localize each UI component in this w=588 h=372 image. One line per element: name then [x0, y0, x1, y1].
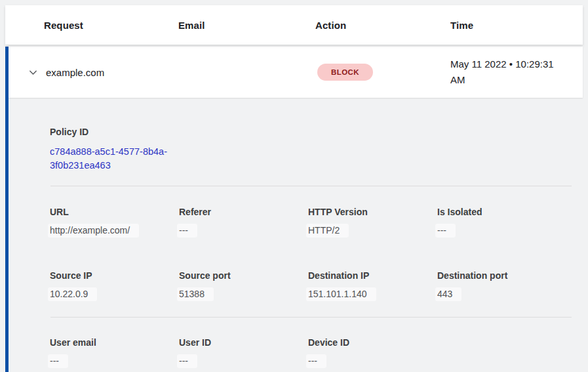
column-header-email: Email	[178, 20, 315, 31]
field-source-ip: Source IP 10.22.0.9	[50, 270, 179, 301]
policy-id-link[interactable]: c784a888-a5c1-4577-8b4a-3f0b231ea463	[50, 145, 181, 173]
policy-section: Policy ID c784a888-a5c1-4577-8b4a-3f0b23…	[9, 98, 583, 186]
field-is-isolated-value: ---	[435, 224, 456, 238]
field-device-id: Device ID ---	[308, 337, 437, 368]
field-destination-port-label: Destination port	[437, 270, 566, 281]
log-table-row[interactable]: example.com BLOCK May 11 2022 • 10:29:31…	[9, 47, 583, 98]
field-user-email-value: ---	[48, 354, 68, 368]
field-user-email: User email ---	[50, 337, 179, 368]
table-header-row: Request Email Action Time	[5, 5, 583, 45]
field-destination-port-value: 443	[435, 287, 461, 301]
field-url-value: http://example.com/	[48, 224, 139, 238]
field-user-id: User ID ---	[179, 337, 308, 368]
field-source-port-label: Source port	[179, 270, 308, 281]
field-http-version-label: HTTP Version	[308, 207, 437, 218]
http-fields-row: URL http://example.com/ Referer --- HTTP…	[50, 207, 572, 238]
user-fields-row: User email --- User ID --- Device ID ---	[50, 337, 572, 368]
column-header-request: Request	[44, 20, 178, 31]
expanded-log-row-container: example.com BLOCK May 11 2022 • 10:29:31…	[5, 47, 583, 372]
field-destination-ip-value: 151.101.1.140	[306, 287, 376, 301]
field-source-port-value: 51388	[177, 287, 214, 301]
field-user-email-label: User email	[50, 337, 179, 348]
field-source-ip-label: Source IP	[50, 270, 179, 281]
field-http-version: HTTP Version HTTP/2	[308, 207, 437, 238]
field-destination-ip-label: Destination IP	[308, 270, 437, 281]
block-action-badge: BLOCK	[317, 64, 373, 81]
field-url-label: URL	[50, 207, 179, 218]
network-fields-row: Source IP 10.22.0.9 Source port 51388 De…	[50, 270, 572, 301]
field-referer-value: ---	[177, 224, 197, 238]
field-source-ip-value: 10.22.0.9	[48, 287, 97, 301]
field-http-version-value: HTTP/2	[306, 224, 349, 238]
field-url: URL http://example.com/	[50, 207, 179, 238]
action-cell: BLOCK	[317, 64, 450, 81]
field-user-id-value: ---	[177, 354, 197, 368]
field-device-id-value: ---	[306, 354, 326, 368]
row-details-panel: Policy ID c784a888-a5c1-4577-8b4a-3f0b23…	[9, 98, 583, 368]
field-referer: Referer ---	[179, 207, 308, 238]
field-destination-ip: Destination IP 151.101.1.140	[308, 270, 437, 301]
policy-id-label: Policy ID	[50, 127, 572, 138]
time-cell: May 11 2022 • 10:29:31 AM	[450, 56, 565, 88]
collapse-row-button[interactable]	[28, 67, 38, 77]
field-user-id-label: User ID	[179, 337, 308, 348]
logs-table: Request Email Action Time example.com BL…	[5, 5, 583, 372]
chevron-down-icon	[28, 68, 38, 77]
column-header-time: Time	[450, 20, 583, 31]
field-referer-label: Referer	[179, 207, 308, 218]
field-is-isolated: Is Isolated ---	[437, 207, 566, 238]
http-details-section: URL http://example.com/ Referer --- HTTP…	[9, 186, 583, 317]
column-header-action: Action	[315, 20, 450, 31]
user-details-section: User email --- User ID --- Device ID ---	[9, 318, 583, 368]
field-device-id-label: Device ID	[308, 337, 437, 348]
field-source-port: Source port 51388	[179, 270, 308, 301]
request-cell: example.com	[46, 67, 317, 78]
field-is-isolated-label: Is Isolated	[437, 207, 566, 218]
field-destination-port: Destination port 443	[437, 270, 566, 301]
gateway-logs-page: Request Email Action Time example.com BL…	[0, 0, 588, 372]
